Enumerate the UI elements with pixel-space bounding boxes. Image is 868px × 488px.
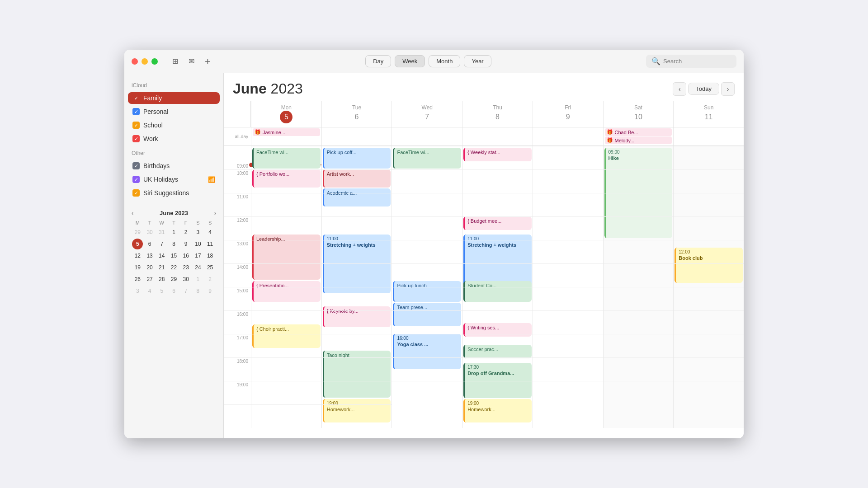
mini-cal-day-21[interactable]: 21 <box>156 262 167 273</box>
allday-event-melody[interactable]: 🎁 Melody... <box>605 136 672 144</box>
mini-cal-day-12[interactable]: 12 <box>132 250 143 261</box>
mini-cal-day-9[interactable]: 9 <box>205 286 216 296</box>
cal-prev-button[interactable]: ‹ <box>673 82 686 96</box>
time-grid-wrapper: 09:00 10:00 11:00 12:00 13:00 14:00 15:0… <box>224 146 744 438</box>
mini-cal-dow-S: S <box>192 219 204 226</box>
cal-next-button[interactable]: › <box>721 82 735 96</box>
school-check-icon: ✓ <box>132 122 140 129</box>
search-box[interactable]: 🔍 <box>646 55 736 68</box>
mini-cal-day-22[interactable]: 22 <box>168 262 179 273</box>
mini-cal-day-6[interactable]: 6 <box>168 286 179 296</box>
month-view-button[interactable]: Month <box>429 55 460 67</box>
mini-cal-dow-T: T <box>144 219 156 226</box>
mini-cal-day-7[interactable]: 7 <box>156 239 167 249</box>
close-button[interactable] <box>132 58 138 65</box>
mini-cal-day-4[interactable]: 4 <box>205 227 216 238</box>
mini-cal-day-2[interactable]: 2 <box>205 274 216 285</box>
day-col-tue: Pick up coff... Artist work... Academic … <box>321 146 392 428</box>
mini-cal-day-8[interactable]: 8 <box>168 239 179 249</box>
mini-cal-day-2[interactable]: 2 <box>180 227 191 238</box>
week-header-mon: Mon 5 <box>251 101 321 127</box>
mini-cal-day-5[interactable]: 5 <box>132 239 143 249</box>
mini-cal-day-25[interactable]: 25 <box>205 262 216 273</box>
mini-cal-day-16[interactable]: 16 <box>180 250 191 261</box>
cal-year-num: 2023 <box>271 80 303 97</box>
mini-cal-day-11[interactable]: 11 <box>205 239 216 249</box>
day-col-wed: FaceTime wi... Pick up lunch Team prese.… <box>392 146 462 428</box>
week-header-tue: Tue 6 <box>321 101 392 127</box>
mini-cal-day-23[interactable]: 23 <box>180 262 191 273</box>
allday-sat: 🎁 Chad Be... 🎁 Melody... <box>603 127 674 145</box>
sidebar-item-school[interactable]: ✓ School <box>128 119 220 131</box>
time-1900: 19:00 <box>224 381 251 404</box>
mini-cal-day-15[interactable]: 15 <box>168 250 179 261</box>
mini-cal-day-4[interactable]: 4 <box>144 286 155 296</box>
mini-cal-next[interactable]: › <box>214 210 216 216</box>
mini-cal-day-6[interactable]: 6 <box>144 239 155 249</box>
mini-cal-day-27[interactable]: 27 <box>144 274 155 285</box>
sidebar-item-personal[interactable]: ✓ Personal <box>128 106 220 117</box>
mini-cal-day-26[interactable]: 26 <box>132 274 143 285</box>
year-view-button[interactable]: Year <box>464 55 491 67</box>
time-1500: 15:00 <box>224 287 251 310</box>
cal-header: June 2023 ‹ Today › <box>224 73 744 101</box>
mini-calendar: ‹ June 2023 › MTWTFSS2930311234567891011… <box>128 206 220 300</box>
week-view-button[interactable]: Week <box>395 55 425 67</box>
mail-icon[interactable]: ✉ <box>185 55 198 68</box>
sidebar-item-work[interactable]: ✓ Work <box>128 133 220 145</box>
day-view-button[interactable]: Day <box>365 55 391 67</box>
siri-label: Siri Suggestions <box>143 189 189 197</box>
mini-cal-day-5[interactable]: 5 <box>156 286 167 296</box>
mini-cal-day-13[interactable]: 13 <box>144 250 155 261</box>
mini-cal-day-29[interactable]: 29 <box>168 274 179 285</box>
time-grid: 09:00 10:00 11:00 12:00 13:00 14:00 15:0… <box>224 146 744 428</box>
search-icon: 🔍 <box>651 57 660 66</box>
allday-event-jasmine[interactable]: 🎁 Jasmine... <box>253 128 320 136</box>
mini-cal-day-31[interactable]: 31 <box>156 227 167 238</box>
view-switcher: Day Week Month Year <box>218 55 639 67</box>
today-button[interactable]: Today <box>688 83 719 95</box>
minimize-button[interactable] <box>142 58 148 65</box>
allday-tue <box>321 127 392 145</box>
sidebar: iCloud ✓ Family ✓ Personal ✓ School ✓ Wo… <box>124 73 224 438</box>
sidebar-item-siri[interactable]: ✓ Siri Suggestions <box>128 187 220 199</box>
day-col-sun: 12:00 Book club <box>673 146 744 428</box>
mini-cal-day-1[interactable]: 1 <box>193 274 203 285</box>
mini-cal-day-8[interactable]: 8 <box>193 286 203 296</box>
mini-cal-day-30[interactable]: 30 <box>180 274 191 285</box>
mini-cal-day-30[interactable]: 30 <box>144 227 155 238</box>
mini-cal-day-29[interactable]: 29 <box>132 227 143 238</box>
mini-cal-prev[interactable]: ‹ <box>132 210 133 216</box>
work-label: Work <box>143 135 158 142</box>
sidebar-item-family[interactable]: ✓ Family <box>128 92 220 104</box>
week-header-sun: Sun 11 <box>673 101 744 127</box>
mini-cal-day-18[interactable]: 18 <box>205 250 216 261</box>
time-1800: 18:00 <box>224 357 251 381</box>
mini-cal-day-28[interactable]: 28 <box>156 274 167 285</box>
mini-cal-day-14[interactable]: 14 <box>156 250 167 261</box>
day-col-sat: 09:00 Hike <box>603 146 674 428</box>
mini-cal-day-10[interactable]: 10 <box>193 239 203 249</box>
mini-cal-day-17[interactable]: 17 <box>193 250 203 261</box>
time-1000: 10:00 <box>224 169 251 193</box>
mini-cal-day-1[interactable]: 1 <box>168 227 179 238</box>
personal-label: Personal <box>143 108 168 115</box>
gift-icon-chad: 🎁 <box>607 129 613 135</box>
sidebar-item-uk-holidays[interactable]: ✓ UK Holidays 📶 <box>128 174 220 185</box>
gift-icon-melody: 🎁 <box>607 137 613 143</box>
sidebar-item-birthdays[interactable]: ✓ Birthdays <box>128 160 220 172</box>
add-event-button[interactable]: + <box>205 56 211 67</box>
maximize-button[interactable] <box>151 58 158 65</box>
time-1400: 14:00 <box>224 263 251 287</box>
mini-cal-day-9[interactable]: 9 <box>180 239 191 249</box>
mini-cal-day-20[interactable]: 20 <box>144 262 155 273</box>
search-input[interactable] <box>663 58 731 65</box>
time-1600: 16:00 <box>224 310 251 334</box>
mini-cal-day-19[interactable]: 19 <box>132 262 143 273</box>
sidebar-toggle-icon[interactable]: ⊞ <box>169 55 181 68</box>
mini-cal-day-7[interactable]: 7 <box>180 286 191 296</box>
mini-cal-day-3[interactable]: 3 <box>132 286 143 296</box>
allday-event-chad[interactable]: 🎁 Chad Be... <box>605 128 672 136</box>
mini-cal-day-24[interactable]: 24 <box>193 262 203 273</box>
mini-cal-day-3[interactable]: 3 <box>193 227 203 238</box>
